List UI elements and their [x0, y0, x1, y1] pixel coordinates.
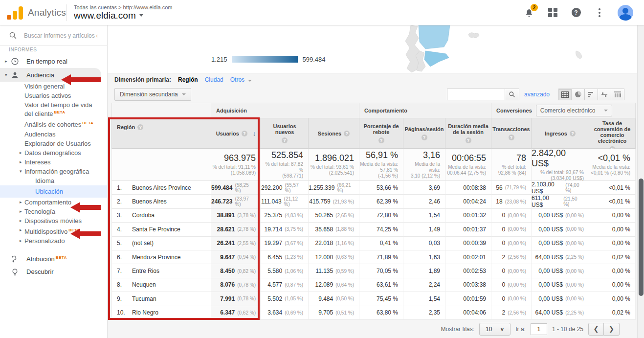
region-name[interactable]: Neuquen: [132, 281, 156, 288]
property-selector[interactable]: www.eldia.com: [74, 10, 172, 21]
metric-cell: 0,00 US$(0,00 %): [532, 209, 589, 223]
sidebar-item-descubrir[interactable]: Descubrir: [0, 265, 107, 279]
table-search-input[interactable]: [447, 89, 505, 100]
column-header-8[interactable]: Ingresos?: [532, 118, 589, 149]
apps-launcher[interactable]: [547, 7, 558, 18]
view-pivot-button[interactable]: [611, 89, 624, 100]
prev-page-button[interactable]: ❮: [588, 323, 604, 336]
region-name[interactable]: Buenos Aires: [132, 198, 167, 205]
metric-cell: 0,00 US$(0,00 %): [532, 237, 589, 250]
sidebar-item-valor-del-tiempo-de-vida-del-cliente[interactable]: Valor del tiempo de vida del clienteBETA: [0, 100, 107, 118]
sidebar-item-intereses[interactable]: ▸ Intereses: [0, 158, 107, 167]
more-options[interactable]: [594, 7, 605, 18]
region-name[interactable]: Rio Negro: [132, 309, 158, 316]
chevron-icon[interactable]: ▾: [20, 168, 24, 175]
advanced-search-link[interactable]: avanzado: [524, 91, 550, 98]
chevron-icon[interactable]: ▸: [20, 208, 24, 215]
dimension-otros[interactable]: Otros: [230, 76, 252, 83]
table-search-button[interactable]: [505, 89, 519, 100]
column-help-icon[interactable]: ?: [242, 131, 247, 136]
sidebar-item-idioma[interactable]: Idioma: [0, 176, 107, 185]
sidebar-item-atribucion[interactable]: AtribuciónBETA: [0, 251, 107, 265]
rows-per-page-select[interactable]: 10 ∨: [479, 323, 511, 336]
metric-cell: 0(0,00 %): [491, 223, 532, 236]
sidebar-item-ubicacion[interactable]: Ubicación: [0, 185, 107, 198]
sidebar-item-personalizado[interactable]: ▸ Personalizado: [0, 236, 107, 246]
user-avatar[interactable]: [618, 5, 633, 21]
column-header-6[interactable]: Duración media de la sesión?: [445, 118, 491, 149]
column-help-icon[interactable]: ?: [466, 137, 471, 143]
region-name[interactable]: Buenos Aires Province: [132, 184, 191, 191]
view-percentage-button[interactable]: [572, 89, 585, 100]
region-name[interactable]: Entre Rios: [132, 268, 159, 274]
conversions-goal-dropdown[interactable]: Comercio electrónico: [536, 105, 613, 116]
chevron-icon[interactable]: ▸: [5, 58, 10, 65]
sidebar-item-audiencia[interactable]: ▾ Audiencia: [0, 68, 101, 82]
view-comparison-button[interactable]: [598, 89, 611, 100]
column-help-icon[interactable]: ?: [344, 131, 350, 136]
column-help-icon[interactable]: ?: [137, 124, 143, 130]
column-header-7[interactable]: Transacciones?: [491, 118, 532, 149]
sort-descending-icon[interactable]: ↓: [253, 130, 256, 137]
help-button[interactable]: ?: [571, 7, 581, 18]
sidebar-item-dispositivos-moviles[interactable]: ▸ Dispositivos móviles: [0, 216, 107, 225]
sidebar-item-datos-demograficos[interactable]: ▸ Datos demográficos: [0, 148, 107, 158]
sidebar-item-tecnologia[interactable]: ▸ Tecnología: [0, 207, 107, 216]
metric-cell: 2.103,00 US$(74,00 %): [532, 181, 589, 195]
column-help-icon[interactable]: ?: [570, 131, 576, 136]
chevron-icon[interactable]: ▸: [20, 237, 24, 245]
sidebar-search-input[interactable]: [24, 32, 97, 39]
dimension-region[interactable]: Región: [178, 76, 198, 83]
sidebar-item-en-tiempo-real[interactable]: ▸ En tiempo real: [0, 54, 107, 68]
column-header-3[interactable]: Sesiones?: [309, 118, 359, 149]
secondary-dimension-button[interactable]: Dimensión secundaria: [114, 88, 191, 101]
chevron-icon[interactable]: ▸: [20, 217, 24, 225]
chevron-icon[interactable]: ▸: [20, 199, 24, 206]
chevron-down-icon: [139, 14, 143, 17]
sidebar-item-multidispositivo[interactable]: ▸ MultidispositivoBETA: [0, 225, 107, 236]
region-name[interactable]: Tucuman: [132, 295, 156, 302]
chevron-down-icon: ∨: [500, 326, 504, 332]
sidebar-item-explorador-de-usuarios[interactable]: Explorador de Usuarios: [0, 139, 107, 148]
chevron-icon[interactable]: ▾: [5, 71, 10, 79]
goto-page-input[interactable]: [531, 323, 547, 335]
view-performance-button[interactable]: [585, 89, 598, 100]
chevron-icon[interactable]: ▸: [20, 149, 24, 157]
region-name[interactable]: (not set): [132, 240, 154, 247]
column-help-icon[interactable]: ?: [378, 137, 384, 143]
sidebar-item-vision-general[interactable]: Visión general: [0, 82, 107, 91]
chevron-icon[interactable]: ▸: [20, 158, 24, 166]
metric-cell: 53,66 %: [359, 181, 403, 195]
sidebar-item-analisis-de-cohortes[interactable]: Análisis de cohortesBETA: [0, 118, 107, 129]
summary-metric-9: <0,01 %Media de la vista: <0,01 % (-0,80…: [589, 149, 636, 181]
notifications-bell[interactable]: 2: [524, 7, 534, 18]
region-name[interactable]: Santa Fe Province: [132, 226, 180, 233]
dimension-ciudad[interactable]: Ciudad: [205, 76, 223, 83]
sidebar-item-informacion-geografica[interactable]: ▾ Información geográfica: [0, 167, 107, 176]
column-help-icon[interactable]: ?: [282, 137, 288, 143]
column-header-9[interactable]: Tasa de conversión de comercio electróni…: [589, 118, 636, 149]
column-help-icon[interactable]: ?: [509, 135, 514, 140]
column-header-5[interactable]: Páginas/sesión?: [403, 118, 445, 149]
sidebar-item-usuarios-activos[interactable]: Usuarios activos: [0, 91, 107, 100]
region-cell: 6.Mendoza Province: [111, 250, 211, 264]
scrollbar-track[interactable]: [637, 25, 644, 338]
map-patagonia[interactable]: [302, 25, 615, 73]
column-header-2[interactable]: Usuarios nuevos?: [261, 118, 309, 149]
analytics-logo[interactable]: Analytics: [0, 6, 66, 20]
chevron-icon[interactable]: ▸: [20, 226, 24, 234]
next-page-button[interactable]: ❯: [604, 323, 620, 336]
column-header-0[interactable]: Región?: [111, 118, 211, 149]
column-header-4[interactable]: Porcentaje de rebote?: [359, 118, 403, 149]
region-name[interactable]: Mendoza Province: [132, 254, 180, 261]
scrollbar-thumb[interactable]: [639, 179, 644, 296]
sidebar-item-comportamiento[interactable]: ▸ Comportamiento: [0, 198, 107, 207]
sidebar-item-audiencias[interactable]: Audiencias: [0, 130, 107, 139]
metric-cell: 611,00 US$(21,50 %): [532, 195, 589, 208]
sidebar-search[interactable]: [0, 25, 107, 46]
metric-cell: 599.484(58,25 %): [211, 181, 261, 195]
column-help-icon[interactable]: ?: [422, 135, 427, 140]
view-table-button[interactable]: [558, 89, 572, 100]
column-header-1[interactable]: Usuarios?↓: [211, 118, 261, 149]
region-name[interactable]: Cordoba: [132, 212, 155, 219]
